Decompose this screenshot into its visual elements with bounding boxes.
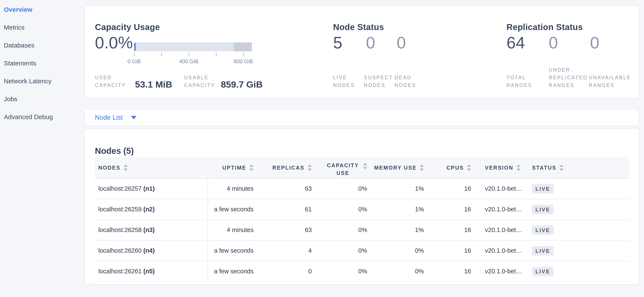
replicas-cell: 0: [254, 268, 312, 275]
dead-nodes-label: DEAD NODES: [394, 74, 420, 89]
sort-icon: [249, 164, 254, 171]
version-cell: v20.1.0-bet…: [471, 185, 532, 192]
nodes-table-title: Nodes (5): [95, 146, 134, 156]
node-list-dropdown-label: Node List: [95, 114, 123, 121]
axis-tick: [243, 53, 244, 56]
unavailable-ranges-label: UNAVAILABLE RANGES: [589, 74, 638, 89]
used-capacity-label: USED CAPACITY: [95, 74, 131, 89]
sidebar-item-advanced-debug[interactable]: Advanced Debug: [4, 113, 84, 121]
capacity-bar-chart: [134, 42, 252, 51]
column-header-replicas[interactable]: REPLICAS: [254, 164, 312, 171]
sort-icon: [516, 164, 521, 171]
cluster-summary-card: Capacity Usage 0.0% 0 GiB 400 GiB 800 Gi…: [84, 5, 639, 98]
axis-label-400gib: 400 GiB: [179, 58, 198, 64]
node-address-cell[interactable]: localhost:26260 (n4): [95, 241, 208, 261]
version-cell: v20.1.0-bet…: [471, 247, 532, 254]
node-address-cell[interactable]: localhost:26259 (n2): [95, 199, 208, 220]
node-address-cell[interactable]: localhost:26261 (n5): [95, 261, 208, 282]
status-cell: LIVE: [532, 205, 629, 214]
uptime-cell: a few seconds: [208, 206, 254, 213]
column-header-label: NODES: [98, 165, 120, 171]
column-header-label: CAPACITY USE: [326, 162, 360, 177]
column-header-memory-use[interactable]: MEMORY USE: [367, 164, 424, 171]
column-header-version[interactable]: VERSION: [471, 164, 532, 171]
node-address: localhost:26260: [98, 247, 142, 254]
total-ranges-label: TOTAL RANGES: [506, 74, 534, 89]
node-status-labels: LIVE NODES SUSPECT NODES DEAD NODES: [333, 74, 420, 89]
capacity-axis-ticks: [134, 53, 244, 56]
uptime-cell: a few seconds: [208, 247, 254, 254]
node-id: (n1): [143, 185, 154, 192]
sort-icon: [363, 163, 367, 169]
view-selector-card: Node List: [84, 109, 639, 126]
live-nodes-label: LIVE NODES: [333, 74, 359, 89]
sidebar-item-jobs[interactable]: Jobs: [4, 95, 84, 103]
replication-status-values: 64 0 0: [506, 34, 632, 51]
cpus-cell: 16: [424, 206, 471, 213]
sort-icon: [420, 164, 424, 171]
axis-label-800gib: 800 GiB: [234, 58, 253, 64]
chevron-down-icon: [131, 116, 136, 119]
table-row: localhost:26259 (n2) a few seconds 61 0%…: [95, 199, 629, 220]
column-header-label: REPLICAS: [272, 165, 304, 171]
column-header-label: STATUS: [532, 165, 556, 171]
suspect-nodes-count: 0: [366, 34, 397, 51]
sidebar-item-overview[interactable]: Overview: [4, 6, 84, 13]
column-header-nodes[interactable]: NODES: [95, 164, 208, 171]
node-address: localhost:26261: [98, 268, 142, 275]
column-header-status[interactable]: STATUS: [532, 164, 629, 171]
sidebar-item-network-latency[interactable]: Network Latency: [4, 77, 84, 85]
axis-tick: [188, 53, 189, 56]
memory-use-cell: 0%: [367, 247, 424, 254]
column-header-uptime[interactable]: UPTIME: [208, 164, 254, 171]
sidebar-item-metrics[interactable]: Metrics: [4, 24, 84, 31]
used-capacity-value: 53.1 MiB: [135, 80, 172, 89]
table-row: localhost:26258 (n3) 4 minutes 63 0% 1% …: [95, 220, 629, 241]
memory-use-cell: 1%: [367, 206, 424, 213]
nodes-table: NODES UPTIME REPLICAS CAPACITY USE MEMOR…: [95, 157, 629, 282]
node-address: localhost:26257: [98, 185, 142, 192]
capacity-axis-labels: 0 GiB 400 GiB 800 GiB: [134, 58, 244, 65]
node-address-cell[interactable]: localhost:26258 (n3): [95, 220, 208, 240]
node-id: (n4): [143, 247, 154, 254]
replicas-cell: 61: [254, 206, 312, 213]
node-address: localhost:26259: [98, 206, 142, 213]
suspect-nodes-label: SUSPECT NODES: [364, 74, 392, 89]
unavailable-ranges-count: 0: [590, 34, 632, 51]
status-badge: LIVE: [532, 205, 554, 214]
status-badge: LIVE: [532, 184, 554, 193]
capacity-use-cell: 0%: [312, 185, 367, 192]
version-cell: v20.1.0-bet…: [471, 206, 532, 213]
usable-capacity-value: 859.7 GiB: [221, 80, 262, 89]
under-replicated-ranges-label: UNDER-REPLICATED RANGES: [549, 66, 590, 89]
status-badge: LIVE: [532, 246, 554, 256]
column-header-label: UPTIME: [222, 165, 246, 171]
capacity-usage-title: Capacity Usage: [95, 22, 160, 32]
capacity-use-cell: 0%: [312, 206, 367, 213]
cpus-cell: 16: [424, 268, 471, 275]
replicas-cell: 4: [254, 247, 312, 254]
capacity-bar-used-marker: [134, 43, 136, 51]
sidebar-item-statements[interactable]: Statements: [4, 60, 84, 67]
column-header-capacity-use[interactable]: CAPACITY USE: [312, 159, 367, 177]
memory-use-cell: 1%: [367, 185, 424, 192]
sort-icon: [124, 164, 128, 171]
node-list-dropdown[interactable]: Node List: [95, 114, 136, 121]
sidebar-item-databases[interactable]: Databases: [4, 42, 84, 49]
column-header-cpus[interactable]: CPUS: [424, 164, 471, 171]
usable-capacity-label: USABLE CAPACITY: [184, 74, 216, 89]
table-header-row: NODES UPTIME REPLICAS CAPACITY USE MEMOR…: [95, 157, 629, 179]
node-id: (n5): [143, 268, 154, 275]
capacity-summary: USED CAPACITY 53.1 MiB USABLE CAPACITY 8…: [95, 74, 262, 89]
axis-label-0gib: 0 GiB: [128, 58, 141, 64]
axis-tick: [134, 53, 134, 56]
node-address: localhost:26258: [98, 227, 142, 234]
uptime-cell: 4 minutes: [208, 227, 254, 234]
capacity-bar-usable: [134, 42, 234, 51]
table-row: localhost:26260 (n4) a few seconds 4 0% …: [95, 241, 629, 261]
node-address-cell[interactable]: localhost:26257 (n1): [95, 179, 208, 199]
status-cell: LIVE: [532, 267, 629, 276]
version-cell: v20.1.0-bet…: [471, 268, 532, 275]
sort-icon: [308, 164, 312, 171]
sidebar: Overview Metrics Databases Statements Ne…: [0, 0, 84, 131]
